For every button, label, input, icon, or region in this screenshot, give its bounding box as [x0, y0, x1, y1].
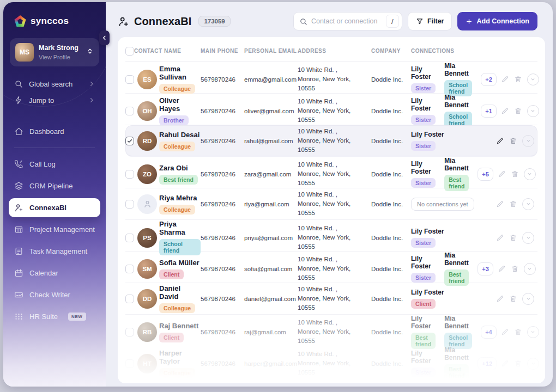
delete-button[interactable] [509, 295, 517, 303]
delete-button[interactable] [509, 137, 517, 145]
delete-button[interactable] [509, 234, 517, 242]
expand-row-button[interactable] [527, 74, 539, 85]
row-checkbox[interactable] [125, 328, 134, 336]
table-row[interactable]: RD Rahul Desai Colleague 5679870246 rahu… [125, 125, 537, 157]
row-checkbox[interactable] [125, 137, 134, 145]
sidebar-item-call-log[interactable]: Call Log [9, 155, 100, 174]
edit-button[interactable] [496, 137, 504, 145]
expand-row-button[interactable] [522, 232, 534, 244]
connection-name: Mia Bennett [444, 62, 472, 77]
email-cell: rahul@gmail.com [244, 138, 298, 144]
phone-cell: 5679870246 [201, 171, 244, 177]
row-checkbox[interactable] [125, 170, 134, 179]
delete-button[interactable] [514, 328, 522, 336]
connection-item: Lily Foster Sister [411, 160, 436, 188]
avatar: PS [137, 228, 157, 248]
edit-button[interactable] [496, 234, 504, 242]
avatar [137, 194, 157, 214]
expand-row-button[interactable] [522, 135, 534, 147]
table-row[interactable]: HT Harper Taylor Colleague 5679870246 ha… [125, 346, 537, 378]
row-checkbox[interactable] [125, 265, 134, 273]
expand-row-button[interactable] [522, 198, 534, 210]
connections-more-chip[interactable]: +4 [481, 326, 497, 339]
sidebar-item-hr-suite[interactable]: HR Suite NEW [9, 307, 100, 326]
pencil-icon [501, 75, 509, 83]
sidebar-item-jump-to[interactable]: Jump to [9, 93, 100, 108]
connections-more-chip[interactable]: +12 [478, 357, 497, 370]
sidebar-item-task-management[interactable]: Task Management [9, 242, 100, 261]
expand-row-button[interactable] [524, 263, 536, 275]
table-row[interactable]: OH Oliver Hayes Brother 5679870246 olive… [125, 94, 537, 125]
expand-row-button[interactable] [522, 293, 534, 305]
table-row[interactable]: Riya Mehra Colleague 5679870246 riya@gma… [125, 188, 537, 220]
edit-button[interactable] [496, 295, 504, 303]
delete-button[interactable] [514, 75, 522, 83]
sidebar-item-label: CRM Pipeline [29, 182, 72, 190]
delete-button[interactable] [514, 107, 522, 115]
row-checkbox[interactable] [125, 200, 134, 209]
connections-more-chip[interactable]: +1 [481, 105, 497, 118]
record-count-badge: 173059 [198, 16, 230, 27]
edit-button[interactable] [498, 170, 506, 178]
edit-button[interactable] [501, 359, 509, 367]
connections-more-chip[interactable]: +2 [481, 73, 497, 86]
expand-row-button[interactable] [527, 358, 539, 370]
connection-name: Lily Foster [411, 131, 444, 138]
avatar-initials: OH [142, 108, 152, 114]
avatar-initials: RD [143, 138, 152, 144]
connections-cell: Lily Foster Sister Mia Bennett School fr… [411, 94, 497, 128]
select-all-checkbox[interactable] [125, 47, 134, 56]
delete-button[interactable] [511, 265, 519, 273]
sidebar-item-connexabi[interactable]: ConnexaBI [9, 198, 100, 217]
contact-name: Zara Obi [159, 164, 201, 172]
edit-button[interactable] [501, 107, 509, 115]
user-avatar: MS [15, 43, 34, 62]
edit-button[interactable] [498, 265, 506, 273]
user-profile-card[interactable]: MS Mark Strong View Profile [10, 38, 99, 66]
contact-name: Daniel David [159, 284, 201, 301]
delete-button[interactable] [509, 200, 517, 208]
row-checkbox[interactable] [125, 234, 134, 242]
address-line2: Monroe, New York, 10555 [298, 75, 367, 94]
contact-name: Riya Mehra [159, 194, 201, 202]
edit-button[interactable] [501, 75, 509, 83]
chevron-updown-icon[interactable] [86, 47, 94, 57]
filter-button[interactable]: Filter [408, 12, 452, 30]
sidebar-item-global-search[interactable]: Global search [9, 76, 100, 91]
table-row[interactable]: PS Priya Sharma School friend 5679870246… [125, 220, 537, 252]
sidebar-item-project-management[interactable]: Project Management [9, 220, 100, 239]
sidebar-collapse-button[interactable] [99, 30, 110, 45]
add-connection-button[interactable]: Add Connection [457, 12, 537, 30]
connections-more-chip[interactable]: +5 [478, 168, 493, 181]
expand-row-button[interactable] [524, 168, 536, 180]
sidebar-item-check-writer[interactable]: Check Writer [9, 285, 100, 304]
delete-button[interactable] [514, 359, 522, 367]
table-row[interactable]: ES Emma Sullivan Colleague 5679870246 em… [125, 62, 537, 94]
row-checkbox[interactable] [125, 107, 134, 115]
connection-name: Mia Bennett [444, 157, 469, 172]
contact-name-cell: Oliver Hayes Brother [159, 96, 201, 125]
view-profile-link[interactable]: View Profile [39, 54, 78, 60]
dots-grid-icon [14, 312, 23, 321]
edit-button[interactable] [501, 328, 509, 336]
table-row[interactable]: SM Sofia Müller Client 5679870246 sofia@… [125, 252, 537, 283]
connections-more-chip[interactable]: +3 [478, 262, 493, 275]
row-checkbox[interactable] [125, 295, 134, 303]
edit-button[interactable] [496, 200, 504, 208]
delete-button[interactable] [511, 170, 519, 178]
expand-row-button[interactable] [527, 326, 539, 338]
search-box[interactable]: / [293, 12, 402, 30]
sidebar-item-calendar[interactable]: Calendar [9, 264, 100, 283]
contact-name: Priya Sharma [159, 220, 201, 236]
lightning-icon [14, 96, 23, 105]
search-input[interactable] [311, 17, 382, 25]
company-cell: Doddle Inc. [371, 235, 411, 241]
expand-row-button[interactable] [527, 105, 539, 117]
row-checkbox[interactable] [125, 75, 134, 84]
row-checkbox[interactable] [125, 359, 134, 368]
table-row[interactable]: ZO Zara Obi Best friend 5679870246 zara@… [125, 157, 537, 188]
table-row[interactable]: DD Daniel David Colleague 5679870246 dan… [125, 283, 537, 315]
sidebar-item-dashboard[interactable]: Dashboard [9, 122, 100, 141]
table-row[interactable]: RB Raj Bennett Client 5679870246 raj@gma… [125, 315, 537, 346]
sidebar-item-crm-pipeline[interactable]: CRM Pipeline [9, 176, 100, 195]
